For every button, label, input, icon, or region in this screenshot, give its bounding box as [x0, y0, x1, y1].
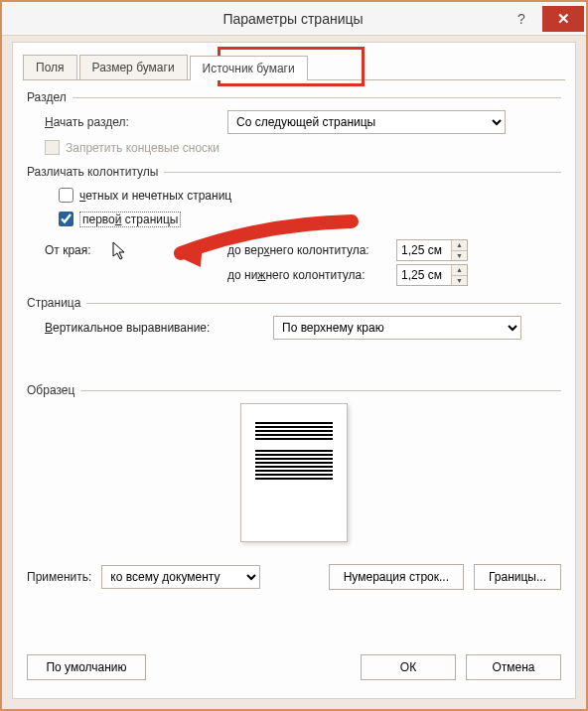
page-preview: [240, 403, 348, 542]
close-button[interactable]: ✕: [542, 6, 584, 32]
spin-down-icon[interactable]: ▼: [452, 251, 467, 261]
spin-up-icon[interactable]: ▲: [452, 240, 467, 251]
default-button[interactable]: По умолчанию: [27, 654, 146, 680]
group-headers-footers: Различать колонтитулы: [27, 165, 561, 179]
footer-distance-input[interactable]: [397, 265, 451, 285]
cancel-button[interactable]: Отмена: [466, 654, 561, 680]
odd-even-label: четных и нечетных страниц: [79, 189, 231, 203]
group-preview: Образец: [27, 383, 561, 397]
group-section: Раздел: [27, 90, 561, 104]
vertical-align-select[interactable]: По верхнему краю: [273, 316, 521, 340]
tab-fields[interactable]: Поля: [23, 55, 77, 79]
ok-button[interactable]: ОК: [361, 654, 456, 680]
line-numbers-button[interactable]: Нумерация строк...: [329, 564, 464, 590]
dialog-window: Параметры страницы ? ✕ Поля Размер бумаг…: [0, 0, 588, 711]
spin-up-icon[interactable]: ▲: [452, 265, 467, 276]
start-section-label: Начать раздел:: [45, 115, 227, 129]
group-preview-label: Образец: [27, 383, 80, 397]
window-title: Параметры страницы: [85, 11, 501, 27]
first-page-checkbox[interactable]: [59, 212, 74, 226]
header-distance-input[interactable]: [397, 240, 451, 260]
footer-distance-spinner[interactable]: ▲▼: [396, 264, 468, 286]
vertical-align-label: Вертикальное выравнивание:: [45, 321, 273, 335]
dialog-content: Поля Размер бумаги Источник бумаги Разде…: [12, 42, 576, 699]
suppress-endnotes-checkbox: [45, 140, 60, 155]
header-distance-spinner[interactable]: ▲▼: [396, 239, 468, 261]
header-distance-label: до верхнего колонтитула:: [227, 243, 396, 257]
tab-paper-size[interactable]: Размер бумаги: [79, 55, 188, 79]
help-button[interactable]: ?: [501, 6, 542, 32]
tab-paper-source[interactable]: Источник бумаги: [190, 56, 308, 80]
start-section-select[interactable]: Со следующей страницы: [227, 110, 506, 134]
group-section-label: Раздел: [27, 90, 73, 104]
title-bar: Параметры страницы ? ✕: [2, 2, 586, 36]
group-headers-label: Различать колонтитулы: [27, 165, 164, 179]
apply-to-label: Применить:: [27, 570, 91, 584]
group-page: Страница: [27, 296, 561, 310]
tab-bar: Поля Размер бумаги Источник бумаги: [23, 53, 565, 80]
spin-down-icon[interactable]: ▼: [452, 276, 467, 286]
footer-distance-label: до нижнего колонтитула:: [227, 268, 396, 282]
from-edge-label: От края:: [45, 243, 227, 257]
borders-button[interactable]: Границы...: [474, 564, 561, 590]
apply-to-select[interactable]: ко всему документу: [101, 565, 260, 589]
first-page-label: первой страницы: [79, 212, 181, 227]
suppress-endnotes-label: Запретить концевые сноски: [66, 141, 220, 155]
group-page-label: Страница: [27, 296, 86, 310]
odd-even-checkbox[interactable]: [59, 188, 74, 203]
